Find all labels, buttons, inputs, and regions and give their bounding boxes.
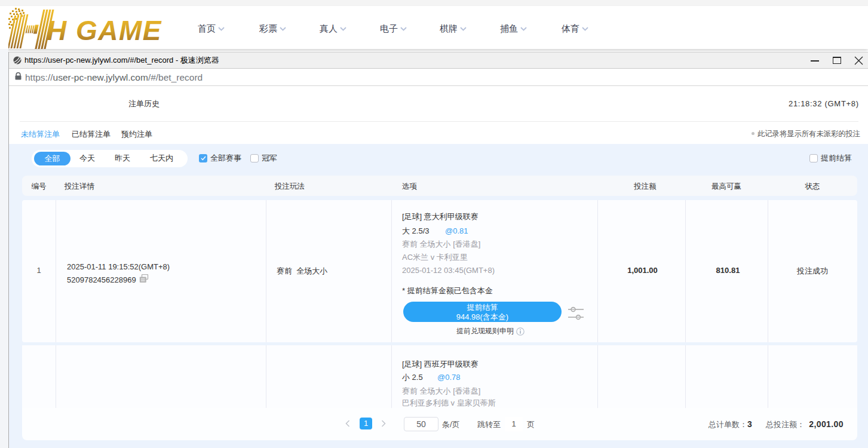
svg-text:H GAME: H GAME	[47, 15, 162, 46]
